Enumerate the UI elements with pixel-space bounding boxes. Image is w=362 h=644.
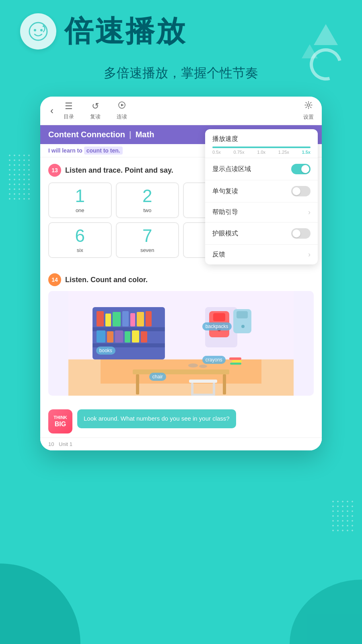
word-two: two (120, 207, 175, 213)
speed-label: 播放速度 (212, 135, 238, 143)
svg-rect-21 (107, 331, 113, 343)
number-card-7: 7 seven (116, 222, 179, 258)
app-logo (20, 13, 56, 50)
svg-rect-38 (213, 383, 215, 395)
number-card-2: 2 two (116, 182, 179, 218)
single-repeat-toggle[interactable] (291, 186, 311, 196)
svg-point-32 (241, 325, 245, 328)
unit-label: Unit 1 (59, 441, 72, 447)
classroom-illustration: books backpacks crayons chair (48, 291, 314, 396)
toolbar-item-play[interactable]: 连读 (117, 101, 127, 120)
toc-label: 目录 (64, 113, 74, 120)
label-chair: chair (149, 373, 166, 381)
repeat-icon: ↺ (92, 101, 99, 111)
help-guide-row[interactable]: 帮助引导 › (205, 202, 318, 223)
play-label: 连读 (117, 113, 127, 120)
subtitle-prefix: I will learn to (48, 147, 82, 154)
speed-labels: 0.5x 0.75x 1.0x 1.25x 1.5x (212, 150, 311, 155)
svg-rect-13 (97, 311, 104, 326)
toolbar-item-repeat[interactable]: ↺ 复读 (90, 101, 101, 120)
listen-count-header: 14 Listen. Count and color. (48, 273, 314, 286)
big-label: BIG (55, 420, 66, 428)
svg-rect-31 (237, 311, 248, 318)
subtitle-content: count to ten. (84, 147, 123, 155)
page-title: 倍速播放 (64, 12, 187, 51)
speed-0.75x[interactable]: 0.75x (234, 150, 245, 155)
digit-1: 1 (52, 187, 108, 205)
help-guide-chevron: › (308, 208, 311, 217)
header: 倍速播放 (0, 12, 362, 51)
speed-slider-fill (212, 147, 311, 148)
svg-rect-25 (141, 331, 147, 343)
label-backpacks: backpacks (202, 322, 232, 330)
bg-dots-right (331, 499, 355, 531)
speed-1.25x[interactable]: 1.25x (278, 150, 289, 155)
header-subtitle: 多倍速播放，掌握个性节奏 (0, 64, 362, 82)
svg-rect-20 (97, 330, 105, 343)
listen-count-section: 14 Listen. Count and color. (40, 269, 322, 405)
word-seven: seven (120, 247, 175, 253)
speed-slider[interactable] (212, 147, 311, 148)
think-big-badge: THINK BIG (48, 409, 72, 433)
single-repeat-label: 单句复读 (212, 187, 238, 196)
device-frame: ‹ ☰ 目录 ↺ 复读 连读 (40, 97, 322, 450)
svg-rect-28 (213, 313, 225, 321)
svg-point-40 (188, 363, 198, 367)
speed-1.5x[interactable]: 1.5x (302, 150, 311, 155)
badge-number: 13 (51, 167, 58, 173)
svg-rect-14 (105, 314, 111, 326)
svg-rect-17 (130, 313, 135, 326)
feedback-label: 反馈 (212, 250, 225, 259)
think-big-section: THINK BIG Look around. What numbers do y… (40, 405, 322, 438)
repeat-label: 复读 (90, 113, 101, 120)
toolbar: ‹ ☰ 目录 ↺ 复读 连读 (40, 97, 322, 125)
svg-rect-42 (229, 357, 241, 360)
think-label: THINK (53, 415, 67, 420)
bg-wave-left (0, 564, 80, 644)
help-guide-label: 帮助引导 (212, 208, 238, 217)
speed-setting-row: 播放速度 0.5x 0.75x 1.0x 1.25x 1.5x (205, 129, 318, 158)
svg-rect-19 (146, 311, 152, 326)
toolbar-settings[interactable]: 设置 (303, 101, 314, 121)
show-reading-area-toggle[interactable] (291, 164, 311, 174)
think-big-question: Look around. What numbers do you see in … (84, 415, 230, 422)
show-reading-area-row: 显示点读区域 (205, 158, 318, 180)
word-six: six (52, 247, 108, 253)
svg-point-41 (199, 365, 207, 368)
section-badge-14: 14 (48, 273, 61, 286)
label-crayons: crayons (202, 356, 226, 364)
number-card-1: 1 one (48, 182, 112, 218)
svg-rect-44 (230, 363, 241, 365)
svg-marker-5 (121, 104, 124, 106)
content-sep: | (129, 130, 132, 139)
bg-wave-right (290, 580, 362, 644)
number-card-6: 6 six (48, 222, 112, 258)
svg-rect-18 (137, 312, 144, 326)
feedback-row[interactable]: 反馈 › (205, 245, 318, 264)
subject-text: Math (136, 130, 154, 139)
toolbar-item-toc[interactable]: ☰ 目录 (64, 101, 74, 120)
word-one: one (52, 207, 108, 213)
speed-1.0x[interactable]: 1.0x (257, 150, 265, 155)
think-big-text: Look around. What numbers do you see in … (77, 409, 236, 428)
settings-label: 设置 (303, 114, 314, 121)
content-connection-text: Content Connection (48, 130, 125, 139)
svg-rect-16 (122, 311, 129, 326)
show-reading-area-label: 显示点读区域 (212, 165, 251, 173)
digit-2: 2 (120, 187, 175, 205)
section-badge-13: 13 (48, 164, 61, 177)
book-content: 播放速度 0.5x 0.75x 1.0x 1.25x 1.5x 显示点读区域 (40, 125, 322, 450)
back-button[interactable]: ‹ (48, 103, 56, 118)
svg-rect-22 (115, 330, 123, 343)
svg-rect-33 (133, 369, 229, 374)
settings-icon (304, 101, 313, 112)
digit-6: 6 (52, 227, 108, 245)
speed-0.5x[interactable]: 0.5x (212, 150, 221, 155)
listen-title: Listen and trace. Point and say. (65, 166, 173, 175)
feedback-chevron: › (308, 250, 311, 259)
label-books: books (96, 347, 115, 355)
svg-rect-39 (191, 394, 215, 396)
eye-protect-toggle[interactable] (291, 228, 311, 239)
page-footer: 10 Unit 1 (40, 438, 322, 450)
toolbar-items: ☰ 目录 ↺ 复读 连读 (64, 101, 303, 120)
